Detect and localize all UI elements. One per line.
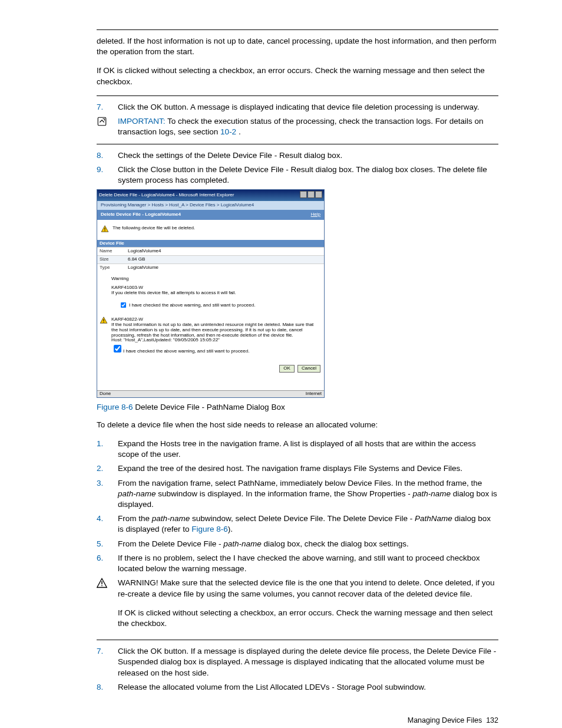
confirm-checkbox-1[interactable]: [121, 302, 126, 308]
ordered-list-2b: 7. Click the OK button. If a message is …: [97, 646, 498, 693]
section-link[interactable]: 10-2: [220, 127, 236, 136]
top-continuation: deleted. If the host information is not …: [97, 36, 498, 87]
warning-title: Warning: [111, 276, 320, 282]
status-left: Done: [100, 391, 111, 397]
breadcrumb: Provisioning Manager > Hosts > Host_A > …: [97, 201, 324, 210]
window-titlebar: Delete Device File - LogicalVolume4 - Mi…: [97, 190, 324, 201]
info-text: The following device file will be delete…: [113, 226, 195, 231]
device-file-table: NameLogicalVolume4 Size6.84 GB TypeLogic…: [97, 247, 324, 271]
important-note: IMPORTANT: To check the execution status…: [85, 116, 498, 137]
list2-item3: 3. From the navigation frame, select Pat…: [97, 478, 498, 510]
list1-item7: 7. Click the OK button. A message is dis…: [97, 102, 498, 113]
mid-paragraph: To delete a device file when the host si…: [97, 420, 498, 430]
figure-ref: Figure 8-6: [97, 403, 133, 411]
warning-icon: [97, 578, 118, 588]
status-bar: Done Internet: [97, 390, 324, 397]
list2-item6: 6. If there is no problem, select the I …: [97, 553, 498, 574]
list-number: 8.: [97, 150, 118, 161]
top-p2: If OK is clicked without selecting a che…: [97, 65, 498, 87]
dialog-header: Delete Device File - LogicalVolume4 Help: [97, 210, 324, 220]
svg-rect-3: [103, 319, 104, 321]
confirm-checkbox-2[interactable]: [114, 345, 121, 353]
warning-code: KARF41003-W: [111, 285, 320, 291]
warning-block-2: KARF40822-W If the host information is n…: [97, 314, 324, 358]
info-row: The following device file will be delete…: [97, 220, 324, 240]
list-text: Check the settings of the Delete Device …: [118, 150, 498, 161]
ordered-list-1b: 8. Check the settings of the Delete Devi…: [97, 150, 498, 186]
note-icon: [97, 116, 118, 127]
list-number: 7.: [97, 102, 118, 113]
list-number: 9.: [97, 164, 118, 186]
ordered-list-2: 1. Expand the Hosts tree in the navigati…: [97, 439, 498, 574]
warning-note: WARNING! Make sure that the selected dev…: [85, 578, 498, 634]
cancel-button[interactable]: Cancel: [297, 365, 320, 373]
svg-rect-5: [101, 581, 103, 584]
svg-rect-4: [103, 322, 104, 322]
list1-item8: 8. Check the settings of the Delete Devi…: [97, 150, 498, 161]
dialog-screenshot: Delete Device File - LogicalVolume4 - Mi…: [97, 189, 325, 398]
warning-msg: If the host information is not up to dat…: [111, 322, 320, 343]
warning-msg: If you delete this device file, all atte…: [111, 291, 320, 296]
svg-rect-1: [104, 228, 105, 230]
ordered-list-1: 7. Click the OK button. A message is dis…: [97, 102, 498, 113]
warning-icon: [101, 225, 109, 233]
figure-link[interactable]: Figure 8-6: [191, 525, 228, 533]
list2-item2: 2. Expand the tree of the desired host. …: [97, 463, 498, 474]
top-p1: deleted. If the host information is not …: [97, 36, 498, 57]
list-text: Click the Close button in the Delete Dev…: [118, 164, 498, 186]
window-title: Delete Device File - LogicalVolume4 - Mi…: [99, 193, 234, 198]
list1-item9: 9. Click the Close button in the Delete …: [97, 164, 498, 186]
list2-item1: 1. Expand the Hosts tree in the navigati…: [97, 439, 498, 460]
list2-item8: 8. Release the allocated volume from the…: [97, 682, 498, 693]
list2-item5: 5. From the Delete Device File - path-na…: [97, 539, 498, 549]
table-row: NameLogicalVolume4: [97, 248, 324, 256]
list2-item4: 4. From the path-name subwindow, select …: [97, 513, 498, 535]
warning-icon: [100, 316, 108, 324]
list2-item7: 7. Click the OK button. If a message is …: [97, 646, 498, 678]
ok-button[interactable]: OK: [279, 365, 295, 373]
svg-rect-6: [101, 585, 103, 587]
table-row: TypeLogicalVolume: [97, 263, 324, 271]
warning-label: WARNING!: [118, 578, 158, 587]
device-file-header: Device File: [97, 240, 324, 248]
svg-rect-2: [104, 230, 105, 230]
status-right: Internet: [306, 391, 322, 397]
table-row: Size6.84 GB: [97, 256, 324, 264]
dialog-title: Delete Device File - LogicalVolume4: [101, 212, 181, 218]
list-text: Click the OK button. A message is displa…: [118, 102, 498, 113]
figure-caption: Figure 8-6 Delete Device File - PathName…: [97, 403, 498, 411]
page-number: 132: [486, 716, 498, 724]
help-link[interactable]: Help: [311, 212, 320, 218]
warning-block-1: Warning KARF41003-W If you delete this d…: [97, 272, 324, 314]
footer-text: Managing Device Files: [408, 716, 482, 724]
button-row: OK Cancel: [97, 358, 324, 390]
page-footer: Managing Device Files 132: [64, 716, 498, 724]
important-label: IMPORTANT:: [118, 117, 166, 126]
window-buttons: [299, 191, 322, 200]
